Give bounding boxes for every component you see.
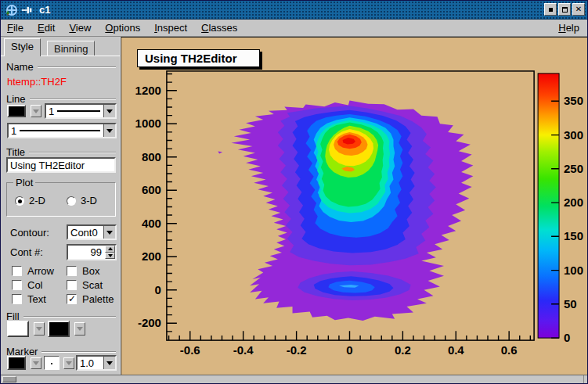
palette-tick-label: 200 — [564, 196, 583, 209]
radio-2d-circle[interactable] — [15, 196, 24, 206]
checkbox-text[interactable]: Text — [12, 293, 46, 305]
x-tick-label: 0.2 — [395, 343, 411, 357]
radio-3d[interactable]: 3-D — [67, 195, 97, 206]
radio-3d-circle[interactable] — [67, 196, 76, 206]
radio-2d[interactable]: 2-D — [15, 195, 45, 206]
x-tick-label: -0.4 — [233, 343, 254, 357]
menu-help[interactable]: Help — [558, 22, 579, 34]
menu-file[interactable]: File — [7, 22, 23, 34]
pin-icon[interactable] — [21, 4, 33, 16]
maximize-button[interactable] — [558, 3, 571, 16]
fill-color-swatch[interactable] — [7, 321, 29, 337]
plot-group-label: Plot — [13, 177, 35, 188]
menu-options[interactable]: Options — [105, 22, 140, 34]
y-tick-label: 1000 — [135, 117, 161, 130]
scrollbar-divider — [583, 375, 584, 383]
plot-svg[interactable]: 120010008006004002000-200-0.6-0.4-0.200.… — [121, 38, 587, 375]
tab-style[interactable]: Style — [4, 38, 41, 56]
title-input[interactable]: Using TH2Editor — [6, 157, 116, 173]
menu-view[interactable]: View — [69, 22, 91, 34]
y-tick-label: 0 — [155, 283, 161, 296]
fill-pattern-dropdown[interactable] — [74, 322, 85, 336]
contour-label: Contour: — [10, 227, 49, 239]
y-tick-label: 200 — [142, 249, 161, 263]
contour-count-spinner[interactable]: 99 — [67, 244, 117, 260]
editor-panel: Style Binning Name htemp::TH2F Line 1 1 … — [1, 37, 121, 375]
line-style-preview — [57, 110, 100, 112]
marker-style-dropdown[interactable] — [63, 357, 74, 369]
marker-style-button[interactable] — [44, 356, 60, 370]
y-tick-label: 800 — [142, 150, 161, 163]
spin-up-button[interactable] — [105, 246, 115, 253]
title-section-header: Title — [6, 146, 116, 158]
palette-tick-label: 100 — [564, 264, 583, 277]
contour-region — [218, 152, 222, 154]
line-width-preview — [20, 130, 100, 131]
app-icon[interactable] — [4, 4, 18, 16]
y-tick-label: 400 — [142, 217, 161, 230]
y-tick-label: 1200 — [135, 84, 161, 97]
palette-tick-label: 300 — [564, 128, 583, 142]
fill-color-dropdown[interactable] — [34, 322, 45, 336]
histogram-name: htemp::TH2F — [7, 76, 67, 88]
checkbox-col[interactable]: Col — [12, 279, 43, 291]
tab-binning[interactable]: Binning — [47, 41, 95, 56]
x-tick-label: 0.4 — [448, 343, 464, 357]
marker-color-dropdown[interactable] — [31, 357, 41, 369]
maximize-icon — [562, 7, 568, 13]
canvas-area[interactable]: Using TH2Editor 120010008006004002000-20… — [121, 37, 587, 375]
line-style-combo[interactable]: 1 — [45, 103, 117, 119]
window-title: c1 — [39, 4, 50, 16]
x-tick-label: -0.2 — [287, 343, 307, 357]
fill-pattern-swatch[interactable] — [48, 321, 70, 337]
cont-num-label: Cont #: — [10, 246, 43, 258]
marker-color-swatch[interactable] — [7, 356, 26, 370]
palette-tick-label: 250 — [564, 162, 583, 175]
palette-tick-label: 350 — [564, 94, 583, 107]
contour-combo[interactable]: Cont0 — [67, 224, 117, 240]
plot-title-box: Using TH2Editor — [137, 49, 260, 67]
chevron-down-icon[interactable] — [103, 105, 115, 117]
chevron-down-icon[interactable] — [103, 357, 115, 369]
close-button[interactable]: ✕ — [572, 3, 585, 16]
plot-title: Using TH2Editor — [145, 52, 237, 65]
line-color-swatch[interactable] — [7, 105, 26, 117]
chevron-down-icon[interactable] — [103, 226, 115, 239]
minimize-button[interactable] — [544, 3, 557, 16]
x-tick-label: 0.6 — [501, 343, 518, 357]
x-tick-label: -0.6 — [180, 343, 200, 357]
line-width-combo[interactable]: 1 — [7, 123, 117, 138]
x-tick-label: 0 — [346, 343, 352, 357]
spin-down-button[interactable] — [105, 253, 115, 260]
marker-size-combo[interactable]: 1.0 — [76, 355, 117, 371]
checkbox-arrow[interactable]: Arrow — [12, 265, 54, 277]
minimize-icon — [549, 8, 553, 12]
menu-classes[interactable]: Classes — [201, 22, 237, 34]
checkbox-scat[interactable]: Scat — [67, 279, 103, 291]
line-color-dropdown[interactable] — [31, 105, 41, 117]
palette-tick-label: 0 — [564, 331, 570, 344]
horizontal-scrollbar[interactable] — [1, 375, 587, 383]
palette-tick-label: 150 — [564, 229, 583, 242]
palette-bar[interactable] — [538, 74, 559, 338]
name-section-header: Name — [6, 61, 116, 73]
title-bar[interactable]: c1 ✕ — [1, 1, 587, 20]
chevron-down-icon[interactable] — [103, 124, 115, 137]
menu-bar: File Edit View Options Inspect Classes H… — [1, 20, 587, 37]
y-tick-label: 600 — [142, 183, 161, 196]
y-tick-label: -200 — [138, 316, 161, 329]
scrollbar-thumb[interactable] — [2, 376, 16, 382]
close-icon: ✕ — [575, 5, 582, 13]
palette-tick-label: 50 — [564, 297, 577, 310]
menu-edit[interactable]: Edit — [38, 22, 55, 34]
root-canvas-window: c1 ✕ File Edit View Options Inspect Clas… — [0, 0, 588, 384]
menu-inspect[interactable]: Inspect — [154, 22, 187, 34]
checkbox-box[interactable]: Box — [67, 265, 99, 277]
checkbox-palette[interactable]: Palette — [67, 293, 114, 305]
